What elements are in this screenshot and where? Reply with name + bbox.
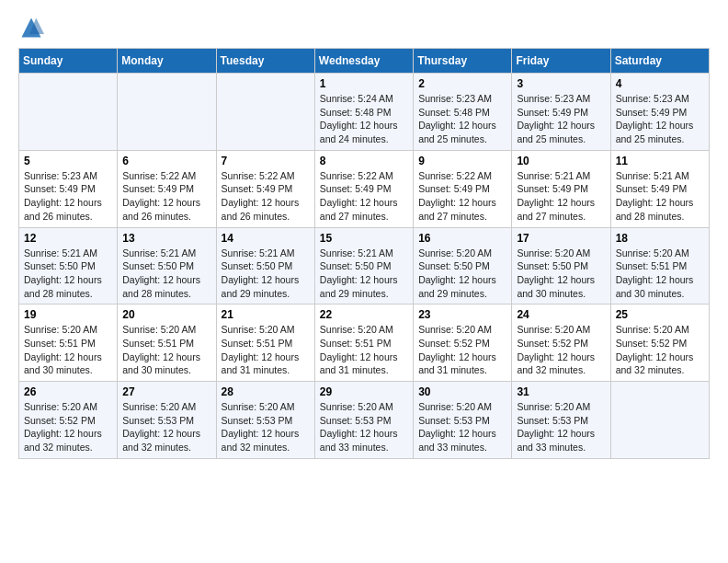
calendar-cell: 7Sunrise: 5:22 AMSunset: 5:49 PMDaylight… bbox=[216, 150, 314, 227]
header-cell-monday: Monday bbox=[118, 49, 216, 74]
day-info: Sunrise: 5:21 AMSunset: 5:49 PMDaylight:… bbox=[616, 169, 704, 224]
day-info: Sunrise: 5:20 AMSunset: 5:51 PMDaylight:… bbox=[24, 323, 112, 377]
daylight-hours: Daylight: 12 hours and 27 minutes. bbox=[320, 197, 398, 222]
day-info: Sunrise: 5:24 AMSunset: 5:48 PMDaylight:… bbox=[320, 92, 408, 146]
day-number: 26 bbox=[24, 385, 112, 398]
calendar-cell: 23Sunrise: 5:20 AMSunset: 5:52 PMDayligh… bbox=[414, 304, 512, 382]
day-number: 13 bbox=[122, 232, 210, 245]
daylight-hours: Daylight: 12 hours and 32 minutes. bbox=[122, 428, 200, 453]
daylight-hours: Daylight: 12 hours and 26 minutes. bbox=[122, 197, 200, 222]
sunset: Sunset: 5:52 PM bbox=[517, 338, 588, 349]
sunrise: Sunrise: 5:21 AM bbox=[320, 247, 393, 259]
sunset: Sunset: 5:49 PM bbox=[222, 183, 293, 194]
daylight-hours: Daylight: 12 hours and 28 minutes. bbox=[122, 274, 200, 299]
sunrise: Sunrise: 5:20 AM bbox=[418, 401, 492, 412]
sunrise: Sunrise: 5:22 AM bbox=[122, 170, 196, 181]
header-cell-thursday: Thursday bbox=[414, 49, 512, 74]
day-info: Sunrise: 5:20 AMSunset: 5:52 PMDaylight:… bbox=[418, 323, 506, 377]
week-row-2: 12Sunrise: 5:21 AMSunset: 5:50 PMDayligh… bbox=[19, 227, 710, 304]
daylight-hours: Daylight: 12 hours and 32 minutes. bbox=[24, 428, 102, 453]
sunrise: Sunrise: 5:23 AM bbox=[616, 93, 689, 104]
daylight-hours: Daylight: 12 hours and 33 minutes. bbox=[320, 428, 398, 453]
day-number: 24 bbox=[517, 308, 605, 321]
day-number: 3 bbox=[517, 77, 605, 90]
day-info: Sunrise: 5:23 AMSunset: 5:49 PMDaylight:… bbox=[24, 169, 112, 224]
sunrise: Sunrise: 5:22 AM bbox=[418, 170, 492, 181]
sunset: Sunset: 5:53 PM bbox=[418, 415, 490, 426]
day-info: Sunrise: 5:20 AMSunset: 5:51 PMDaylight:… bbox=[122, 323, 210, 377]
day-info: Sunrise: 5:20 AMSunset: 5:53 PMDaylight:… bbox=[122, 400, 210, 454]
sunrise: Sunrise: 5:20 AM bbox=[418, 247, 492, 259]
calendar-body: 1Sunrise: 5:24 AMSunset: 5:48 PMDaylight… bbox=[19, 74, 710, 459]
sunrise: Sunrise: 5:21 AM bbox=[616, 170, 689, 181]
day-number: 9 bbox=[418, 155, 506, 167]
sunrise: Sunrise: 5:20 AM bbox=[122, 324, 196, 335]
calendar-cell: 11Sunrise: 5:21 AMSunset: 5:49 PMDayligh… bbox=[610, 150, 709, 227]
sunset: Sunset: 5:50 PM bbox=[24, 260, 96, 271]
calendar-cell: 17Sunrise: 5:20 AMSunset: 5:50 PMDayligh… bbox=[512, 227, 610, 304]
calendar-cell: 6Sunrise: 5:22 AMSunset: 5:49 PMDaylight… bbox=[118, 150, 216, 227]
daylight-hours: Daylight: 12 hours and 27 minutes. bbox=[517, 197, 595, 222]
day-info: Sunrise: 5:22 AMSunset: 5:49 PMDaylight:… bbox=[222, 169, 310, 224]
sunset: Sunset: 5:51 PM bbox=[616, 260, 688, 271]
sunrise: Sunrise: 5:21 AM bbox=[122, 247, 196, 259]
calendar-header: SundayMondayTuesdayWednesdayThursdayFrid… bbox=[19, 49, 710, 74]
sunset: Sunset: 5:49 PM bbox=[24, 183, 96, 194]
sunset: Sunset: 5:49 PM bbox=[517, 107, 588, 118]
calendar-cell: 19Sunrise: 5:20 AMSunset: 5:51 PMDayligh… bbox=[19, 304, 118, 382]
day-info: Sunrise: 5:22 AMSunset: 5:49 PMDaylight:… bbox=[320, 169, 408, 224]
day-number: 21 bbox=[222, 308, 310, 321]
day-info: Sunrise: 5:23 AMSunset: 5:48 PMDaylight:… bbox=[418, 92, 506, 146]
daylight-hours: Daylight: 12 hours and 31 minutes. bbox=[222, 351, 300, 376]
day-number: 19 bbox=[24, 308, 112, 321]
sunset: Sunset: 5:49 PM bbox=[122, 183, 194, 194]
calendar-cell: 31Sunrise: 5:20 AMSunset: 5:53 PMDayligh… bbox=[512, 382, 610, 459]
logo bbox=[18, 15, 48, 40]
sunset: Sunset: 5:49 PM bbox=[320, 183, 392, 194]
day-number: 17 bbox=[517, 232, 605, 245]
calendar-cell: 20Sunrise: 5:20 AMSunset: 5:51 PMDayligh… bbox=[118, 304, 216, 382]
calendar-cell: 18Sunrise: 5:20 AMSunset: 5:51 PMDayligh… bbox=[610, 227, 709, 304]
day-number: 29 bbox=[320, 385, 408, 398]
day-info: Sunrise: 5:20 AMSunset: 5:52 PMDaylight:… bbox=[616, 323, 704, 377]
day-number: 11 bbox=[616, 155, 704, 167]
sunrise: Sunrise: 5:20 AM bbox=[418, 324, 492, 335]
sunset: Sunset: 5:53 PM bbox=[222, 415, 293, 426]
sunrise: Sunrise: 5:22 AM bbox=[320, 170, 393, 181]
daylight-hours: Daylight: 12 hours and 30 minutes. bbox=[616, 274, 694, 299]
calendar-cell: 13Sunrise: 5:21 AMSunset: 5:50 PMDayligh… bbox=[118, 227, 216, 304]
daylight-hours: Daylight: 12 hours and 29 minutes. bbox=[222, 274, 300, 299]
sunset: Sunset: 5:52 PM bbox=[616, 338, 688, 349]
day-number: 27 bbox=[122, 385, 210, 398]
sunset: Sunset: 5:49 PM bbox=[517, 183, 588, 194]
daylight-hours: Daylight: 12 hours and 27 minutes. bbox=[418, 197, 496, 222]
day-number: 18 bbox=[616, 232, 704, 245]
sunrise: Sunrise: 5:21 AM bbox=[222, 247, 295, 259]
sunset: Sunset: 5:51 PM bbox=[122, 338, 194, 349]
calendar-cell: 25Sunrise: 5:20 AMSunset: 5:52 PMDayligh… bbox=[610, 304, 709, 382]
sunset: Sunset: 5:48 PM bbox=[320, 107, 392, 118]
week-row-0: 1Sunrise: 5:24 AMSunset: 5:48 PMDaylight… bbox=[19, 74, 710, 151]
day-info: Sunrise: 5:20 AMSunset: 5:52 PMDaylight:… bbox=[517, 323, 605, 377]
calendar-cell bbox=[216, 74, 314, 151]
header-cell-wednesday: Wednesday bbox=[314, 49, 413, 74]
daylight-hours: Daylight: 12 hours and 25 minutes. bbox=[616, 120, 694, 144]
sunrise: Sunrise: 5:23 AM bbox=[517, 93, 590, 104]
sunset: Sunset: 5:51 PM bbox=[320, 338, 392, 349]
calendar-cell: 15Sunrise: 5:21 AMSunset: 5:50 PMDayligh… bbox=[314, 227, 413, 304]
day-number: 4 bbox=[616, 77, 704, 90]
daylight-hours: Daylight: 12 hours and 32 minutes. bbox=[222, 428, 300, 453]
calendar-cell: 9Sunrise: 5:22 AMSunset: 5:49 PMDaylight… bbox=[414, 150, 512, 227]
header-cell-tuesday: Tuesday bbox=[216, 49, 314, 74]
calendar-cell: 26Sunrise: 5:20 AMSunset: 5:52 PMDayligh… bbox=[19, 382, 118, 459]
daylight-hours: Daylight: 12 hours and 30 minutes. bbox=[517, 274, 595, 299]
sunrise: Sunrise: 5:20 AM bbox=[517, 401, 590, 412]
sunrise: Sunrise: 5:24 AM bbox=[320, 93, 393, 104]
sunset: Sunset: 5:49 PM bbox=[616, 107, 688, 118]
calendar-cell: 24Sunrise: 5:20 AMSunset: 5:52 PMDayligh… bbox=[512, 304, 610, 382]
daylight-hours: Daylight: 12 hours and 25 minutes. bbox=[418, 120, 496, 144]
sunset: Sunset: 5:53 PM bbox=[517, 415, 588, 426]
week-row-1: 5Sunrise: 5:23 AMSunset: 5:49 PMDaylight… bbox=[19, 150, 710, 227]
daylight-hours: Daylight: 12 hours and 28 minutes. bbox=[24, 274, 102, 299]
sunrise: Sunrise: 5:20 AM bbox=[24, 324, 97, 335]
